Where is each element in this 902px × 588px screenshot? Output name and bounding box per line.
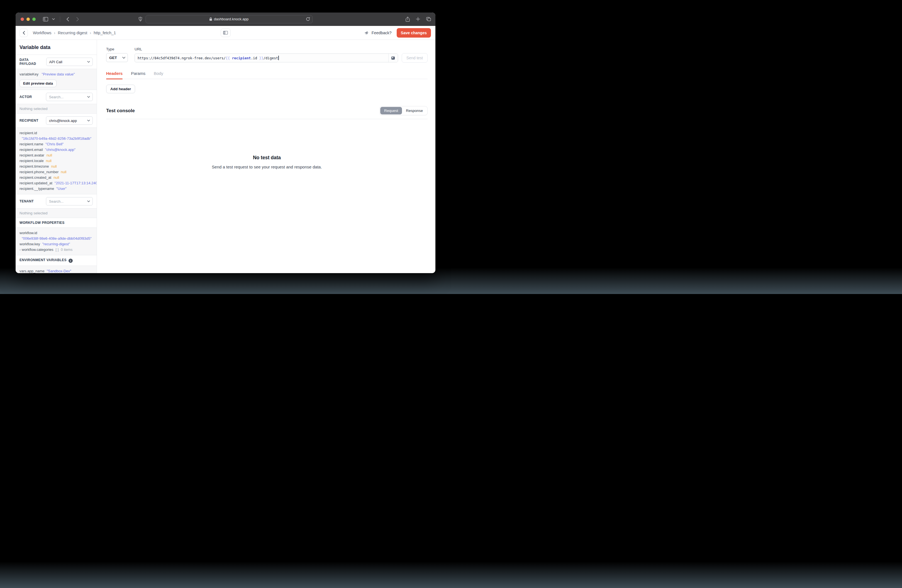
reload-icon[interactable] — [306, 17, 310, 21]
browser-window: dashboard.knock.app — [16, 13, 435, 273]
recipient-prop-key: recipient.locale — [19, 159, 44, 163]
recipient-prop-value: "chris@knock.app" — [45, 147, 75, 152]
chevron-down-icon — [87, 96, 90, 98]
breadcrumb-separator: › — [90, 30, 91, 35]
chevron-down-icon — [87, 61, 90, 63]
expand-chevron-icon[interactable]: › — [19, 248, 20, 252]
recipient-row: RECIPIENT chris@knock.app — [16, 114, 97, 128]
send-test-button[interactable]: Send test — [402, 53, 428, 63]
sidebar-toggle-icon[interactable] — [43, 17, 48, 22]
back-button[interactable] — [19, 29, 28, 37]
privacy-shield-icon[interactable] — [138, 17, 142, 22]
recipient-prop-key: recipient.timezone — [19, 164, 49, 169]
workflow-prop-value: "006e938f-98e6-408e-a9de-dbb04d0f83d5" — [22, 236, 92, 241]
toggle-response[interactable]: Response — [402, 107, 427, 114]
breadcrumb: Workflows › Recurring digest › http_fetc… — [33, 30, 116, 35]
workflow-properties: workflow.id "006e938f-98e6-408e-a9de-dbb… — [16, 228, 97, 255]
preview-data-section: variableKey "Preview data value" Edit pr… — [16, 69, 97, 90]
recipient-prop-value: null — [53, 175, 59, 180]
preview-value: "Preview data value" — [42, 72, 75, 76]
lock-icon — [210, 17, 212, 21]
environment-variables-label: ENVIRONMENT VARIABLESi — [19, 258, 73, 263]
items-count: 0 items — [61, 247, 72, 252]
data-payload-row: DATA PAYLOAD API Call — [16, 55, 97, 69]
workflow-prop-key: workflow.categories — [22, 247, 53, 252]
megaphone-icon — [365, 31, 370, 35]
empty-state-title: No test data — [106, 155, 428, 161]
new-tab-icon[interactable] — [416, 17, 420, 21]
sidebar-chevron-icon[interactable] — [52, 18, 55, 20]
recipient-prop-value: null — [61, 170, 66, 174]
actor-select[interactable]: Search... — [46, 93, 93, 101]
request-tabs: Headers Params Body — [106, 71, 428, 79]
empty-array-glyph: [ ] — [55, 247, 58, 252]
address-bar[interactable]: dashboard.knock.app — [146, 15, 313, 23]
recipient-prop-key: recipient.phone_number — [19, 170, 58, 174]
breadcrumb-workflows[interactable]: Workflows — [33, 31, 52, 35]
tab-body[interactable]: Body — [154, 71, 163, 79]
actor-empty-state: Nothing selected — [16, 104, 97, 114]
breadcrumb-step-name: http_fetch_1 — [94, 31, 116, 35]
workflow-properties-label: WORKFLOW PROPERTIES — [19, 221, 65, 225]
actor-placeholder: Search... — [49, 95, 64, 99]
titlebar-divider — [60, 16, 60, 22]
sidebar-title: Variable data — [16, 40, 97, 55]
environment-variables-row: ENVIRONMENT VARIABLESi — [16, 255, 97, 266]
panel-toggle-button[interactable] — [221, 28, 231, 37]
toggle-request[interactable]: Request — [380, 107, 402, 114]
save-changes-button[interactable]: Save changes — [397, 28, 431, 38]
tab-headers[interactable]: Headers — [106, 71, 122, 79]
edit-preview-data-button[interactable]: Edit preview data — [19, 80, 56, 87]
recipient-label: RECIPIENT — [19, 119, 38, 122]
workflow-categories-row[interactable]: ›workflow.categories[ ]0 items — [19, 247, 93, 253]
recipient-prop-key: recipient.created_at — [19, 175, 51, 180]
tab-params[interactable]: Params — [131, 71, 146, 79]
tab-overview-icon[interactable] — [426, 17, 431, 21]
recipient-prop-key: recipient.__typename — [19, 186, 54, 191]
tenant-select[interactable]: Search... — [46, 197, 93, 205]
window-controls — [20, 17, 36, 21]
recipient-prop-value: "16c1fd70-b49a-48d2-8256-73a2b9f18adb" — [22, 136, 91, 141]
tenant-row: TENANT Search... — [16, 194, 97, 208]
recipient-properties: recipient.id "16c1fd70-b49a-48d2-8256-73… — [16, 128, 97, 194]
close-window-button[interactable] — [20, 17, 24, 21]
environment-variables: vars.app_name"Sandbox-Dev" vars.app_url"… — [16, 266, 97, 273]
recipient-select[interactable]: chris@knock.app — [46, 116, 93, 125]
workflow-prop-value: "recurring-digest" — [42, 242, 70, 246]
tenant-empty-state: Nothing selected — [16, 208, 97, 218]
chevron-down-icon — [87, 120, 90, 121]
expand-editor-icon[interactable] — [388, 54, 398, 62]
forward-icon[interactable] — [76, 17, 79, 22]
address-bar-url: dashboard.knock.app — [214, 17, 249, 21]
feedback-link[interactable]: Feedback? — [365, 31, 391, 35]
test-console-header: Test console Request Response — [106, 106, 428, 115]
breadcrumb-workflow-name[interactable]: Recurring digest — [58, 31, 88, 35]
url-input[interactable]: https://84c5df439d74.ngrok-free.dev/user… — [135, 53, 398, 63]
share-icon[interactable] — [406, 17, 410, 22]
recipient-prop-value: "2021-11-17T17:13:14.240Z" — [55, 181, 97, 185]
recipient-prop-key: recipient.avatar — [19, 153, 44, 157]
recipient-prop-value: "User" — [56, 186, 67, 191]
preview-key: variableKey — [19, 72, 38, 76]
info-icon[interactable]: i — [69, 259, 73, 263]
recipient-prop-value: "Chris Bell" — [45, 142, 64, 146]
method-select[interactable]: GET — [106, 53, 128, 62]
env-var-key: vars.app_name — [19, 269, 45, 273]
chevron-down-icon — [122, 57, 125, 59]
request-response-toggle: Request Response — [379, 106, 428, 115]
test-console-title: Test console — [106, 108, 135, 114]
minimize-window-button[interactable] — [27, 17, 30, 21]
recipient-prop-key: recipient.id — [19, 131, 37, 135]
method-selected: GET — [109, 56, 117, 60]
zoom-window-button[interactable] — [32, 17, 36, 21]
back-icon[interactable] — [66, 17, 69, 22]
console-divider — [106, 119, 428, 119]
actor-label: ACTOR — [19, 95, 32, 99]
data-payload-select[interactable]: API Call — [46, 58, 93, 66]
empty-state: No test data Send a test request to see … — [106, 155, 428, 169]
add-header-button[interactable]: Add header — [106, 84, 135, 93]
workflow-prop-key: workflow.id — [19, 231, 37, 235]
variable-data-sidebar: Variable data DATA PAYLOAD API Call vari… — [16, 40, 97, 273]
recipient-prop-value: null — [51, 164, 57, 169]
recipient-selected: chris@knock.app — [49, 119, 77, 123]
